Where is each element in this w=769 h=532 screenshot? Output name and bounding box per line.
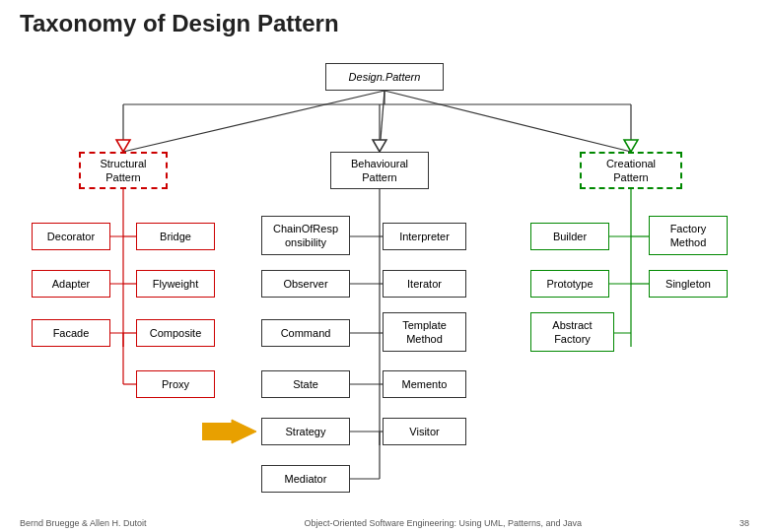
page-title: Taxonomy of Design Pattern xyxy=(20,10,749,37)
box-bridge: Bridge xyxy=(136,223,215,250)
svg-marker-39 xyxy=(232,420,256,443)
box-decorator: Decorator xyxy=(32,223,110,250)
page: Taxonomy of Design Pattern xyxy=(0,0,769,532)
box-observer: Observer xyxy=(261,270,350,298)
box-state: State xyxy=(261,370,350,398)
box-behavioural: BehaviouralPattern xyxy=(330,152,429,189)
svg-line-1 xyxy=(380,91,384,152)
box-factory-method: FactoryMethod xyxy=(649,216,728,255)
box-abstract-factory: AbstractFactory xyxy=(530,312,614,352)
box-prototype: Prototype xyxy=(530,270,609,298)
box-creational: CreationalPattern xyxy=(580,152,682,189)
box-interpreter: Interpreter xyxy=(383,223,466,250)
box-command: Command xyxy=(261,319,350,347)
svg-line-2 xyxy=(384,91,631,152)
box-visitor: Visitor xyxy=(383,418,466,445)
box-memento: Memento xyxy=(383,370,466,398)
box-strategy: Strategy xyxy=(261,418,350,445)
box-singleton: Singleton xyxy=(649,270,728,298)
box-builder: Builder xyxy=(530,223,609,250)
box-composite: Composite xyxy=(136,319,215,347)
box-template-method: TemplateMethod xyxy=(383,312,466,352)
box-adapter: Adapter xyxy=(32,270,110,298)
box-flyweight: Flyweight xyxy=(136,270,215,298)
footer-right: 38 xyxy=(739,518,749,528)
svg-marker-9 xyxy=(373,140,386,152)
box-facade: Facade xyxy=(32,319,110,347)
box-chainofresponsibility: ChainOfResponsibility xyxy=(261,216,350,255)
footer: Bernd Bruegge & Allen H. Dutoit Object-O… xyxy=(20,518,749,528)
box-design-pattern: Design.Pattern xyxy=(325,63,444,91)
box-proxy: Proxy xyxy=(136,370,215,398)
diagram: Design.Pattern StructuralPattern Behavio… xyxy=(20,45,749,499)
box-structural: StructuralPattern xyxy=(79,152,168,189)
svg-line-0 xyxy=(123,91,384,152)
footer-left: Bernd Bruegge & Allen H. Dutoit xyxy=(20,518,147,528)
box-mediator: Mediator xyxy=(261,465,350,493)
svg-marker-10 xyxy=(624,140,638,152)
footer-center: Object-Oriented Software Engineering: Us… xyxy=(304,518,582,528)
svg-marker-8 xyxy=(116,140,130,152)
svg-rect-40 xyxy=(202,423,232,440)
box-iterator: Iterator xyxy=(383,270,466,298)
